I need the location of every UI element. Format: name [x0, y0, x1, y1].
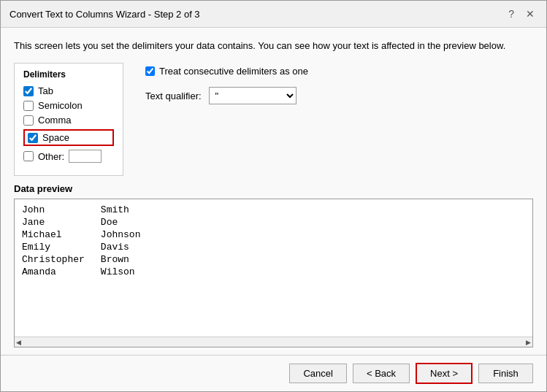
- table-cell: Wilson: [99, 266, 156, 278]
- consecutive-label: Treat consecutive delimiters as one: [159, 66, 308, 77]
- preview-container: JohnSmithJaneDoeMichaelJohnsonEmilyDavis…: [14, 199, 533, 347]
- preview-table: JohnSmithJaneDoeMichaelJohnsonEmilyDavis…: [20, 204, 155, 278]
- delimiters-label: Delimiters: [23, 69, 114, 80]
- other-checkbox[interactable]: [23, 151, 34, 161]
- tab-row: Tab: [23, 85, 114, 96]
- table-cell: Johnson: [99, 228, 156, 241]
- dialog-title: Convert Text to Columns Wizard - Step 2 …: [9, 9, 200, 20]
- tab-checkbox[interactable]: [23, 86, 34, 96]
- table-row: MichaelJohnson: [20, 228, 155, 241]
- next-button[interactable]: Next >: [416, 363, 473, 384]
- comma-checkbox[interactable]: [23, 115, 34, 126]
- comma-label: Comma: [38, 115, 72, 126]
- table-cell: John: [20, 204, 99, 216]
- cancel-button[interactable]: Cancel: [289, 364, 346, 383]
- space-label: Space: [42, 132, 69, 143]
- comma-row: Comma: [23, 115, 114, 126]
- semicolon-label: Semicolon: [38, 100, 83, 111]
- main-content: Delimiters Tab Semicolon Comma Space: [14, 63, 533, 176]
- help-button[interactable]: ?: [505, 7, 517, 21]
- data-preview-section: Data preview JohnSmithJaneDoeMichaelJohn…: [14, 183, 533, 347]
- scroll-left-icon[interactable]: ◀: [16, 339, 21, 346]
- dialog-footer: Cancel < Back Next > Finish: [1, 355, 546, 391]
- table-cell: Jane: [20, 216, 99, 228]
- delimiters-group: Delimiters Tab Semicolon Comma Space: [14, 63, 123, 176]
- semicolon-checkbox[interactable]: [23, 101, 34, 111]
- qualifier-label: Text qualifier:: [145, 91, 202, 101]
- dialog-body: This screen lets you set the delimiters …: [1, 28, 546, 355]
- qualifier-select[interactable]: " ' {none}: [209, 87, 297, 104]
- right-options: Treat consecutive delimiters as one Text…: [145, 63, 308, 176]
- preview-scroll-area[interactable]: JohnSmithJaneDoeMichaelJohnsonEmilyDavis…: [15, 199, 532, 337]
- other-text-input[interactable]: [69, 150, 102, 163]
- table-cell: Amanda: [20, 266, 99, 278]
- title-bar: Convert Text to Columns Wizard - Step 2 …: [1, 1, 546, 28]
- preview-label: Data preview: [14, 183, 533, 194]
- table-cell: Emily: [20, 241, 99, 253]
- table-row: AmandaWilson: [20, 266, 155, 278]
- table-row: JohnSmith: [20, 204, 155, 216]
- consecutive-row: Treat consecutive delimiters as one: [145, 66, 308, 77]
- close-button[interactable]: ✕: [523, 7, 538, 21]
- table-cell: Davis: [99, 241, 156, 253]
- table-cell: Michael: [20, 228, 99, 241]
- dialog-window: Convert Text to Columns Wizard - Step 2 …: [0, 0, 547, 392]
- table-cell: Christopher: [20, 253, 99, 266]
- other-label: Other:: [38, 151, 64, 162]
- table-cell: Smith: [99, 204, 156, 216]
- table-cell: Doe: [99, 216, 156, 228]
- other-row: Other:: [23, 150, 114, 163]
- consecutive-checkbox[interactable]: [145, 66, 155, 76]
- finish-button[interactable]: Finish: [478, 364, 533, 383]
- table-row: JaneDoe: [20, 216, 155, 228]
- table-cell: Brown: [99, 253, 156, 266]
- horizontal-scrollbar[interactable]: ◀ ▶: [15, 337, 532, 347]
- tab-label: Tab: [38, 85, 53, 96]
- qualifier-row: Text qualifier: " ' {none}: [145, 87, 308, 104]
- table-row: EmilyDavis: [20, 241, 155, 253]
- space-row: Space: [23, 129, 114, 146]
- scroll-right-icon[interactable]: ▶: [526, 339, 531, 346]
- space-checkbox[interactable]: [28, 133, 38, 143]
- description-text: This screen lets you set the delimiters …: [14, 39, 533, 53]
- table-row: ChristopherBrown: [20, 253, 155, 266]
- semicolon-row: Semicolon: [23, 100, 114, 111]
- back-button[interactable]: < Back: [353, 364, 410, 383]
